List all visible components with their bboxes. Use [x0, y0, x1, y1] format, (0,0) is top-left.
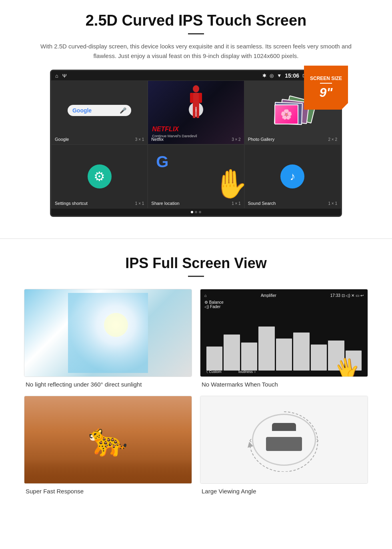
- hand-icon: 🤚: [213, 167, 248, 200]
- mic-icon: 🎤: [120, 107, 126, 114]
- amp-balance: ⚙ Balance ◁) Fader: [204, 300, 224, 309]
- section2-underline: [188, 276, 204, 277]
- title-underline: [188, 33, 204, 34]
- hand-container: 🤚: [213, 167, 248, 200]
- sunlight-svg: [68, 293, 148, 373]
- share-size: 1 × 1: [232, 201, 241, 206]
- section-curved-screen: 2.5D Curved IPS Touch Screen With 2.5D c…: [0, 0, 392, 226]
- rotation-arrow-svg: [246, 408, 322, 472]
- cheetah-caption: Super Fast Response: [24, 488, 192, 495]
- eq-bar-5: [276, 339, 292, 371]
- svg-rect-4: [193, 106, 196, 118]
- svg-marker-8: [248, 442, 253, 448]
- cheetah-image: 🐆: [24, 396, 192, 484]
- google-g-logo: G: [156, 153, 168, 171]
- amp-footer: 《 Custom loudness ○: [204, 369, 256, 375]
- status-time: 15:06: [285, 72, 299, 79]
- home-icon: ⌂: [55, 73, 58, 79]
- car-image: ‹ ›: [200, 396, 368, 484]
- feature-grid: No light reflecting under 360° direct su…: [24, 289, 368, 495]
- netflix-size: 3 × 2: [232, 137, 241, 142]
- svg-rect-5: [196, 106, 199, 118]
- car-visual: ‹ ›: [200, 396, 368, 483]
- cheetah-visual: 🐆: [24, 396, 192, 483]
- wifi-icon: ▼: [277, 73, 282, 78]
- amplifier-visual: ⌂ Amplifier 17:33 ⊡ ◁) ✕ ▭ ↩ ⚙ Balance ◁…: [200, 289, 368, 377]
- google-search-bar[interactable]: Google 🎤: [68, 105, 131, 116]
- screen-size-badge: Screen Size 9": [304, 66, 348, 110]
- section-ips-view: IPS Full Screen View: [0, 251, 392, 511]
- location-icon: ◎: [270, 73, 274, 78]
- settings-label: Settings shortcut: [55, 201, 88, 206]
- feature-sunlight: No light reflecting under 360° direct su…: [24, 289, 192, 388]
- amp-title: Amplifier: [261, 293, 276, 298]
- sunlight-image: [24, 289, 192, 377]
- dot-3: [199, 211, 201, 213]
- amp-time: 17:33 ⊡ ◁) ✕ ▭ ↩: [330, 293, 364, 298]
- section-description: With 2.5D curved-display screen, this de…: [32, 42, 360, 61]
- sound-label: Sound Search: [248, 201, 276, 206]
- usb-icon: Ψ: [62, 73, 67, 79]
- eq-bar-3: [241, 343, 257, 371]
- eq-bar-4: [258, 327, 274, 371]
- cheetah-icon: 🐆: [88, 421, 128, 459]
- flower-icon: 🌸: [280, 109, 292, 120]
- netflix-app-cell[interactable]: ▶ NETFLIX Continue Marvel's Daredevil Ne…: [148, 80, 244, 144]
- device-screen: ⌂ Ψ ✱ ◎ ▼ 15:06 ⊡ ◁) ✕ ▭ ↩: [50, 70, 342, 217]
- photo-size: 2 × 2: [328, 137, 337, 142]
- feature-amplifier: ⌂ Amplifier 17:33 ⊡ ◁) ✕ ▭ ↩ ⚙ Balance ◁…: [200, 289, 368, 388]
- main-title: 2.5D Curved IPS Touch Screen: [24, 12, 368, 29]
- sunlight-caption: No light reflecting under 360° direct su…: [24, 381, 192, 388]
- eq-bar-7: [311, 345, 327, 371]
- amp-home: ⌂: [204, 293, 207, 298]
- eq-bar-6: [293, 333, 309, 371]
- custom-btn: 《 Custom: [204, 370, 222, 374]
- app-grid: Google 🎤 Google 3 × 1: [51, 80, 341, 208]
- ground-gradient: [24, 459, 192, 483]
- amplifier-caption: No Watermarks When Touch: [200, 381, 368, 388]
- car-caption: Large Viewing Angle: [200, 488, 368, 495]
- google-size: 3 × 1: [135, 137, 144, 142]
- google-logo: Google: [72, 107, 92, 114]
- amp-topbar: ⌂ Amplifier 17:33 ⊡ ◁) ✕ ▭ ↩: [204, 293, 364, 298]
- share-location-cell[interactable]: G 🤚 Share location 1 × 1: [148, 144, 244, 208]
- device-container: ⌂ Ψ ✱ ◎ ▼ 15:06 ⊡ ◁) ✕ ▭ ↩: [50, 70, 342, 217]
- amplifier-image: ⌂ Amplifier 17:33 ⊡ ◁) ✕ ▭ ↩ ⚙ Balance ◁…: [200, 289, 368, 377]
- settings-gear: ⚙: [88, 164, 112, 188]
- svg-rect-1: [193, 93, 199, 107]
- badge-title: Screen Size: [310, 76, 342, 81]
- photo-label: Photo Gallery: [248, 137, 275, 142]
- bluetooth-icon: ✱: [262, 73, 266, 78]
- sound-circle: ♪: [280, 164, 304, 188]
- sound-search-cell[interactable]: ♪ Sound Search 1 × 1: [244, 144, 341, 208]
- sunlight-visual: [24, 289, 192, 377]
- photo-card-main: 🌸: [274, 104, 298, 124]
- google-app-cell[interactable]: Google 🎤 Google 3 × 1: [51, 80, 148, 144]
- google-label: Google: [55, 137, 69, 142]
- svg-point-7: [104, 313, 128, 337]
- status-left: ⌂ Ψ: [55, 73, 67, 79]
- section2-title: IPS Full Screen View: [24, 255, 368, 272]
- badge-size: 9": [320, 85, 333, 100]
- feature-car: ‹ › Large Viewing Angle: [200, 396, 368, 495]
- feature-cheetah: 🐆 Super Fast Response: [24, 396, 192, 495]
- eq-bar-1: [206, 347, 222, 371]
- svg-point-0: [193, 85, 199, 92]
- netflix-subtitle: Continue Marvel's Daredevil: [152, 134, 197, 138]
- netflix-logo: NETFLIX: [152, 126, 179, 133]
- sound-size: 1 × 1: [328, 201, 337, 206]
- dot-1: [191, 211, 193, 213]
- amp-controls: ⚙ Balance ◁) Fader: [204, 300, 364, 309]
- section-divider: [0, 238, 392, 239]
- svg-rect-3: [199, 93, 202, 103]
- settings-app-cell[interactable]: ⚙ Settings shortcut 1 × 1: [51, 144, 148, 208]
- dot-2: [195, 211, 197, 213]
- eq-bar-2: [224, 335, 240, 371]
- svg-rect-2: [190, 93, 193, 103]
- daredevil-figure: [186, 85, 206, 121]
- share-label: Share location: [151, 201, 179, 206]
- status-bar: ⌂ Ψ ✱ ◎ ▼ 15:06 ⊡ ◁) ✕ ▭ ↩: [51, 71, 341, 80]
- settings-size: 1 × 1: [135, 201, 144, 206]
- badge-underline: [320, 83, 332, 84]
- loudness-label: loudness ○: [238, 370, 256, 374]
